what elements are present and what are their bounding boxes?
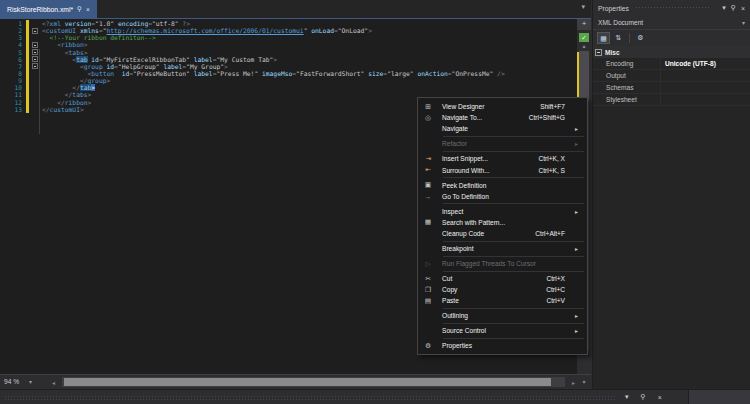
surround-with-icon: ⇤: [418, 166, 438, 174]
code-line[interactable]: 1<?xml version="1.0" encoding="utf-8" ?>: [0, 20, 577, 27]
object-selector-combo[interactable]: XML Document ▾: [593, 16, 750, 30]
properties-toolbar: ▦ ⇅ ⚙: [593, 30, 750, 46]
code-token: "OnPressMe": [452, 70, 494, 77]
paste-icon: ▤: [418, 297, 438, 305]
menu-item-shortcut: Ctrl+Shift+G: [529, 114, 575, 121]
close-icon[interactable]: ×: [86, 6, 90, 13]
menu-item-view-designer[interactable]: ⊞View DesignerShift+F7: [418, 101, 587, 112]
close-icon[interactable]: ×: [741, 5, 745, 12]
horizontal-scrollbar-thumb[interactable]: [64, 378, 551, 386]
auto-hide-pin-icon[interactable]: ⚲: [731, 4, 736, 12]
menu-item-search-with-pattern[interactable]: ▦Search with Pattern...: [418, 217, 587, 228]
window-menu-chevron-down-icon[interactable]: ▾: [722, 4, 726, 12]
menu-item-label: View Designer: [438, 103, 540, 110]
fold-gutter[interactable]: [29, 63, 42, 70]
window-menu-chevron-down-icon[interactable]: ▾: [625, 393, 629, 401]
collapse-expander-icon[interactable]: [595, 49, 602, 56]
fold-collapse-icon[interactable]: [32, 42, 38, 48]
menu-item-label: Go To Definition: [438, 193, 575, 200]
property-value[interactable]: [661, 70, 750, 81]
code-text: <group id="HelpGroup" label="My Group">: [42, 63, 228, 70]
fold-gutter: [29, 20, 42, 27]
property-row-schemas[interactable]: Schemas: [593, 82, 750, 94]
code-text: <button id="PressMeButton" label="Press …: [42, 70, 505, 77]
menu-item-label: Breakpoint: [438, 245, 575, 252]
split-window-handle[interactable]: +: [577, 19, 591, 30]
code-token: />: [497, 70, 505, 77]
code-line[interactable]: 9 </group>: [0, 77, 577, 84]
property-value[interactable]: [661, 82, 750, 93]
code-line[interactable]: 5 <tabs>: [0, 49, 577, 56]
scroll-right-icon[interactable]: ▸: [572, 379, 575, 386]
menu-item-source-control[interactable]: Source Control▸: [418, 325, 587, 336]
code-line[interactable]: 8 <button id="PressMeButton" label="Pres…: [0, 70, 577, 77]
menu-item-go-to-definition[interactable]: →Go To Definition: [418, 191, 587, 202]
code-line[interactable]: 4 <ribbon>: [0, 41, 577, 48]
menu-item-cut[interactable]: ✂CutCtrl+X: [418, 273, 587, 284]
fold-gutter: [29, 99, 42, 106]
code-token: ribbon: [65, 99, 88, 106]
properties-title-bar[interactable]: Properties ▾ ⚲ ×: [593, 0, 750, 16]
horizontal-scrollbar-track[interactable]: [62, 377, 565, 387]
property-row-encoding[interactable]: EncodingUnicode (UTF-8): [593, 58, 750, 70]
menu-item-outlining[interactable]: Outlining▸: [418, 310, 587, 321]
menu-item-peek-definition[interactable]: ▣Peek Definition: [418, 179, 587, 190]
property-value[interactable]: Unicode (UTF-8): [661, 58, 750, 69]
code-token: "1.0": [95, 20, 114, 27]
auto-hide-pin-icon[interactable]: ⚲: [641, 393, 646, 401]
code-line[interactable]: 2<customUI xmlns="http://schemas.microso…: [0, 27, 577, 34]
categorized-icon[interactable]: ▦: [597, 32, 610, 44]
menu-item-navigate-to[interactable]: ◎Navigate To...Ctrl+Shift+G: [418, 112, 587, 123]
properties-grid: Misc EncodingUnicode (UTF-8)OutputSchema…: [593, 46, 750, 389]
property-row-stylesheet[interactable]: Stylesheet: [593, 94, 750, 106]
properties-wrench-icon[interactable]: ⚙: [634, 32, 647, 44]
navigate-to-icon: ◎: [418, 114, 438, 122]
code-token: </: [80, 77, 88, 84]
menu-item-paste[interactable]: ▤PasteCtrl+V: [418, 295, 587, 306]
fold-gutter[interactable]: [29, 56, 42, 63]
code-token: >: [273, 56, 277, 63]
property-row-output[interactable]: Output: [593, 70, 750, 82]
fold-gutter[interactable]: [29, 41, 42, 48]
property-value[interactable]: [661, 94, 750, 105]
horizontal-scrollbar[interactable]: 94 % ▾ ◂ ▸: [0, 374, 577, 389]
menu-item-properties[interactable]: ⚙Properties: [418, 340, 587, 351]
code-token: >: [84, 41, 88, 48]
code-line[interactable]: 6 <tab id="MyFirstExcelRibbonTab" label=…: [0, 56, 577, 63]
search-pattern-icon: ▦: [418, 218, 438, 226]
code-token: ?>: [182, 20, 190, 27]
menu-item-cleanup-code[interactable]: Cleanup CodeCtrl+Alt+F: [418, 228, 587, 239]
pin-icon[interactable]: ⚲: [77, 5, 82, 13]
menu-item-insert-snippet[interactable]: ⇥Insert Snippet...Ctrl+K, X: [418, 153, 587, 164]
combo-chevron-down-icon: ▾: [742, 19, 745, 26]
fold-collapse-icon[interactable]: [32, 56, 38, 62]
code-line[interactable]: 3 <!--Your ribbon definiton-->: [0, 34, 577, 41]
menu-item-navigate[interactable]: Navigate▸: [418, 123, 587, 134]
fold-collapse-icon[interactable]: [32, 49, 38, 55]
menu-item-label: Navigate To...: [438, 114, 529, 121]
menu-item-copy[interactable]: ❐CopyCtrl+C: [418, 284, 587, 295]
menu-item-breakpoint[interactable]: Breakpoint▸: [418, 243, 587, 254]
fold-collapse-icon[interactable]: [32, 63, 38, 69]
document-tab[interactable]: RiskStoreRibbon.xml* ⚲ ×: [0, 0, 97, 18]
fold-gutter[interactable]: [29, 49, 42, 56]
zoom-chevron-down-icon[interactable]: ▾: [29, 378, 32, 385]
doc-health-check-icon[interactable]: ✓: [579, 33, 589, 42]
close-icon[interactable]: ×: [658, 394, 662, 401]
fold-gutter[interactable]: [29, 27, 42, 34]
code-line[interactable]: 7 <group id="HelpGroup" label="My Group"…: [0, 63, 577, 70]
code-line[interactable]: 10 </tab>: [0, 84, 577, 91]
category-row-misc[interactable]: Misc: [593, 46, 750, 58]
document-list-chevron-down-icon[interactable]: ▾: [581, 3, 585, 11]
menu-item-shortcut: Ctrl+X: [546, 275, 575, 282]
fold-gutter: [29, 106, 42, 113]
menu-item-inspect[interactable]: Inspect▸: [418, 206, 587, 217]
menu-item-surround-with[interactable]: ⇤Surround With...Ctrl+K, S: [418, 165, 587, 176]
scroll-down-icon[interactable]: ▾: [577, 374, 591, 389]
code-token: encoding: [118, 20, 148, 27]
editor-zoom-control[interactable]: 94 % ▾: [4, 378, 32, 385]
scroll-left-icon[interactable]: ◂: [52, 379, 55, 386]
fold-collapse-icon[interactable]: [32, 28, 38, 34]
alphabetical-icon[interactable]: ⇅: [612, 32, 625, 44]
code-token: id: [91, 56, 99, 63]
